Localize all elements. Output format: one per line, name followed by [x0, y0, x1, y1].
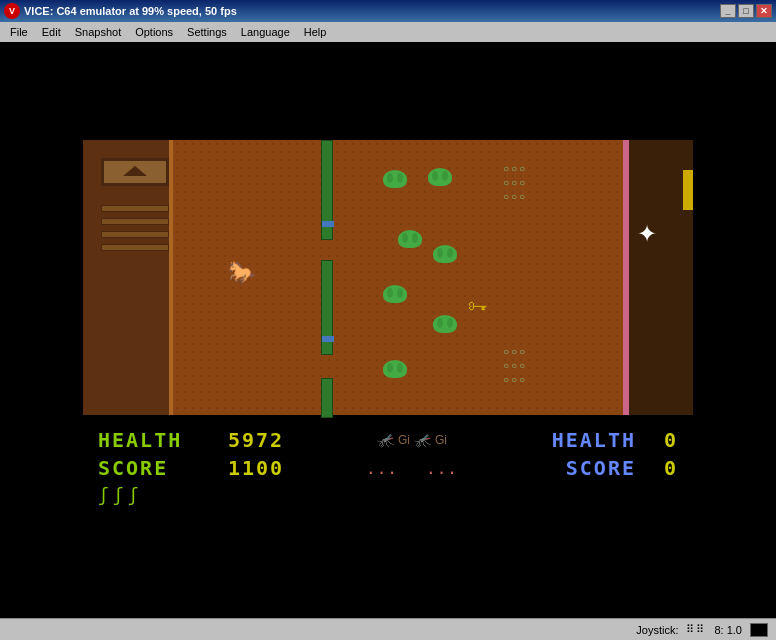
bug-sprite-1 [383, 170, 407, 188]
maximize-button[interactable]: □ [738, 4, 754, 18]
minimize-button[interactable]: _ [720, 4, 736, 18]
lives-icons: ʃʃʃ [98, 484, 143, 505]
close-button[interactable]: ✕ [756, 4, 772, 18]
game-scene: ✦ 🐎 🗝 [73, 130, 703, 510]
menu-settings[interactable]: Settings [181, 24, 233, 40]
enemy-sprite-1: 🦟 [377, 432, 394, 448]
menu-language[interactable]: Language [235, 24, 296, 40]
player1-dots: ... [366, 459, 398, 478]
bug-sprite-7 [383, 360, 407, 378]
key-sprite: 🗝 [468, 295, 488, 318]
health-value-right: 0 [636, 428, 676, 452]
score-row-1: HEALTH 5972 🦟 Gi 🦟 Gi HEALTH 0 [98, 428, 676, 452]
pillar-2 [321, 260, 333, 355]
wood-stripe-4 [101, 244, 169, 251]
wood-door [101, 158, 169, 186]
menu-bar: File Edit Snapshot Options Settings Lang… [0, 22, 776, 42]
player-horse-sprite: 🐎 [228, 260, 255, 286]
wood-right-panel: ✦ [625, 140, 693, 415]
player2-dots: ... [426, 459, 458, 478]
pillar-3 [321, 378, 333, 418]
score-label-right: SCORE [506, 456, 636, 480]
wood-stripe-3 [101, 231, 169, 238]
joystick-dots: ⠿⠿ [686, 623, 706, 636]
app-icon: V [4, 3, 20, 19]
health-label-right: HEALTH [506, 428, 636, 452]
enemy-sprite-2: 🦟 [414, 432, 431, 448]
yellow-element [683, 170, 693, 210]
menu-edit[interactable]: Edit [36, 24, 67, 40]
wood-left-panel [83, 140, 173, 415]
menu-snapshot[interactable]: Snapshot [69, 24, 127, 40]
title-bar-left: V VICE: C64 emulator at 99% speed, 50 fp… [4, 3, 237, 19]
title-text: VICE: C64 emulator at 99% speed, 50 fps [24, 5, 237, 17]
window-controls[interactable]: _ □ ✕ [720, 4, 772, 18]
bubble-cluster-1: ○○○○○○○○○ [503, 162, 527, 204]
hud-area: HEALTH 5972 🦟 Gi 🦟 Gi HEALTH 0 SCORE 110… [83, 420, 691, 510]
bug-sprite-4 [433, 245, 457, 263]
health-label-left: HEALTH [98, 428, 228, 452]
bubble-cluster-2: ○○○○○○○○○ [503, 345, 527, 387]
game-area: ✦ 🐎 🗝 [0, 42, 776, 598]
score-row-2: SCORE 1100 ... ... SCORE 0 [98, 456, 676, 480]
pillar-2-accent [322, 336, 334, 342]
score-label-left: SCORE [98, 456, 228, 480]
lives-row: ʃʃʃ [98, 484, 676, 505]
wood-stripe-2 [101, 218, 169, 225]
menu-options[interactable]: Options [129, 24, 179, 40]
bug-sprite-2 [428, 168, 452, 186]
score-value-left: 1100 [228, 456, 318, 480]
title-bar: V VICE: C64 emulator at 99% speed, 50 fp… [0, 0, 776, 22]
enemy-label-1: Gi [398, 433, 410, 447]
ghost-sprite: ✦ [637, 220, 657, 248]
menu-help[interactable]: Help [298, 24, 333, 40]
bug-sprite-5 [383, 285, 407, 303]
health-value-left: 5972 [228, 428, 318, 452]
mid-dots-row2: ... ... [318, 459, 506, 478]
mid-sprites-row1: 🦟 Gi 🦟 Gi [318, 432, 506, 448]
status-bar: Joystick: ⠿⠿ 8: 1.0 [0, 618, 776, 640]
pillar-1-accent [322, 221, 334, 227]
speed-text: 8: 1.0 [714, 624, 742, 636]
enemy-label-2: Gi [435, 433, 447, 447]
bug-sprite-6 [433, 315, 457, 333]
wood-stripe-1 [101, 205, 169, 212]
joystick-label: Joystick: [636, 624, 678, 636]
pillar-1 [321, 140, 333, 240]
speed-indicator [750, 623, 768, 637]
bug-sprite-3 [398, 230, 422, 248]
menu-file[interactable]: File [4, 24, 34, 40]
door-chevron [123, 166, 147, 176]
score-value-right: 0 [636, 456, 676, 480]
